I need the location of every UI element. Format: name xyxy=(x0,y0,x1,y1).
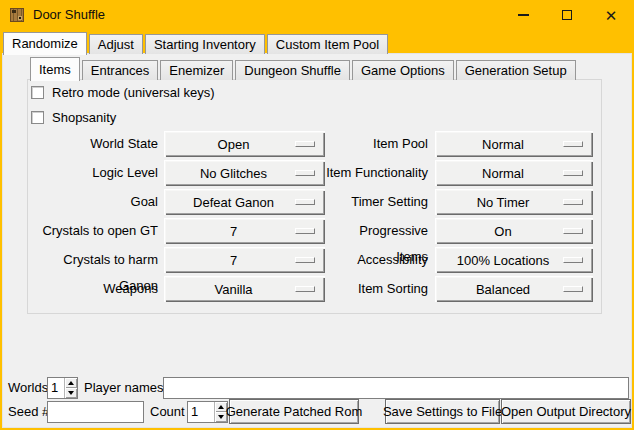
save-settings-button[interactable]: Save Settings to File xyxy=(385,399,500,424)
dropdown-indicator-icon xyxy=(295,141,315,147)
spinner-arrows xyxy=(64,378,77,398)
timer-setting-value: No Timer xyxy=(477,195,530,210)
close-button[interactable]: ✕ xyxy=(592,0,630,30)
minimize-icon xyxy=(518,14,529,16)
dropdown-indicator-icon xyxy=(563,228,583,234)
worlds-value: 1 xyxy=(48,378,64,398)
count-label: Count xyxy=(150,401,185,423)
titlebar: Door Shuffle ✕ xyxy=(0,0,634,30)
item-pool-label: Item Pool xyxy=(326,131,428,157)
crystals-gt-value: 7 xyxy=(230,224,237,239)
tab-generation-setup[interactable]: Generation Setup xyxy=(456,60,576,80)
tab-game-options[interactable]: Game Options xyxy=(352,60,454,80)
world-state-value: Open xyxy=(218,137,250,152)
dropdown-indicator-icon xyxy=(563,286,583,292)
item-sorting-label: Item Sorting xyxy=(326,276,428,302)
seed-input[interactable] xyxy=(47,401,144,423)
worlds-label: Worlds xyxy=(8,377,48,399)
player-names-label: Player names xyxy=(84,377,163,399)
shopsanity-label: Shopsanity xyxy=(52,110,116,125)
world-state-label: World State xyxy=(26,131,158,157)
retro-mode-label: Retro mode (universal keys) xyxy=(52,85,215,100)
count-value: 1 xyxy=(188,402,214,422)
dropdown-indicator-icon xyxy=(563,257,583,263)
accessibility-label: Accessibility xyxy=(326,247,428,273)
tab-randomize[interactable]: Randomize xyxy=(3,32,87,55)
dropdown-indicator-icon xyxy=(563,199,583,205)
progressive-items-dropdown[interactable]: On xyxy=(435,218,593,244)
accessibility-dropdown[interactable]: 100% Locations xyxy=(435,247,593,273)
item-functionality-dropdown[interactable]: Normal xyxy=(435,160,593,186)
player-names-input[interactable] xyxy=(163,377,629,399)
progressive-items-label: Progressive Items xyxy=(326,218,428,244)
tab-items[interactable]: Items xyxy=(30,57,80,81)
retro-mode-checkbox[interactable] xyxy=(31,86,44,99)
secondary-tab-bar: Items Entrances Enemizer Dungeon Shuffle… xyxy=(30,56,578,80)
spin-down-icon[interactable] xyxy=(65,388,77,398)
tab-custom-item-pool[interactable]: Custom Item Pool xyxy=(267,34,388,54)
count-spinner[interactable]: 1 xyxy=(187,401,228,423)
shopsanity-checkbox[interactable] xyxy=(31,111,44,124)
crystals-gt-dropdown[interactable]: 7 xyxy=(164,218,325,244)
generate-patched-rom-button[interactable]: Generate Patched Rom xyxy=(229,399,359,424)
tab-enemizer[interactable]: Enemizer xyxy=(160,60,233,80)
door-icon xyxy=(9,7,25,23)
timer-setting-label: Timer Setting xyxy=(326,189,428,215)
tab-adjust[interactable]: Adjust xyxy=(89,34,143,54)
weapons-value: Vanilla xyxy=(214,282,252,297)
item-sorting-dropdown[interactable]: Balanced xyxy=(435,276,593,302)
item-pool-dropdown[interactable]: Normal xyxy=(435,131,593,157)
weapons-dropdown[interactable]: Vanilla xyxy=(164,276,325,302)
goal-dropdown[interactable]: Defeat Ganon xyxy=(164,189,325,215)
dropdown-indicator-icon xyxy=(295,257,315,263)
open-output-directory-button[interactable]: Open Output Directory xyxy=(501,399,631,424)
logic-level-label: Logic Level xyxy=(26,160,158,186)
weapons-label: Weapons xyxy=(26,276,158,302)
progressive-items-value: On xyxy=(494,224,511,239)
window-title: Door Shuffle xyxy=(33,0,105,30)
tab-dungeon-shuffle[interactable]: Dungeon Shuffle xyxy=(235,60,350,80)
crystals-gt-label: Crystals to open GT xyxy=(26,218,158,244)
goal-value: Defeat Ganon xyxy=(193,195,274,210)
accessibility-value: 100% Locations xyxy=(457,253,550,268)
dropdown-indicator-icon xyxy=(295,228,315,234)
item-sorting-value: Balanced xyxy=(476,282,530,297)
tab-starting-inventory[interactable]: Starting Inventory xyxy=(145,34,265,54)
spin-up-icon[interactable] xyxy=(65,378,77,388)
crystals-ganon-dropdown[interactable]: 7 xyxy=(164,247,325,273)
crystals-ganon-label: Crystals to harm Ganon xyxy=(26,247,158,273)
dropdown-indicator-icon xyxy=(563,141,583,147)
retro-mode-row: Retro mode (universal keys) xyxy=(31,85,215,100)
timer-setting-dropdown[interactable]: No Timer xyxy=(435,189,593,215)
tab-entrances[interactable]: Entrances xyxy=(82,60,159,80)
close-icon: ✕ xyxy=(605,8,618,23)
maximize-icon xyxy=(562,10,572,20)
worlds-spinner[interactable]: 1 xyxy=(47,377,78,399)
crystals-ganon-value: 7 xyxy=(230,253,237,268)
shopsanity-row: Shopsanity xyxy=(31,110,116,125)
dropdown-indicator-icon xyxy=(295,286,315,292)
primary-tab-bar: Randomize Adjust Starting Inventory Cust… xyxy=(3,31,390,54)
dropdown-indicator-icon xyxy=(295,170,315,176)
logic-level-dropdown[interactable]: No Glitches xyxy=(164,160,325,186)
maximize-button[interactable] xyxy=(548,0,586,30)
item-pool-value: Normal xyxy=(482,137,524,152)
seed-label: Seed # xyxy=(8,401,49,423)
dropdown-indicator-icon xyxy=(563,170,583,176)
item-functionality-label: Item Functionality xyxy=(326,160,428,186)
dropdown-indicator-icon xyxy=(295,199,315,205)
item-functionality-value: Normal xyxy=(482,166,524,181)
minimize-button[interactable] xyxy=(504,0,542,30)
app-window: Door Shuffle ✕ Randomize Adjust Starting… xyxy=(0,0,634,430)
world-state-dropdown[interactable]: Open xyxy=(164,131,325,157)
logic-level-value: No Glitches xyxy=(200,166,267,181)
goal-label: Goal xyxy=(26,189,158,215)
